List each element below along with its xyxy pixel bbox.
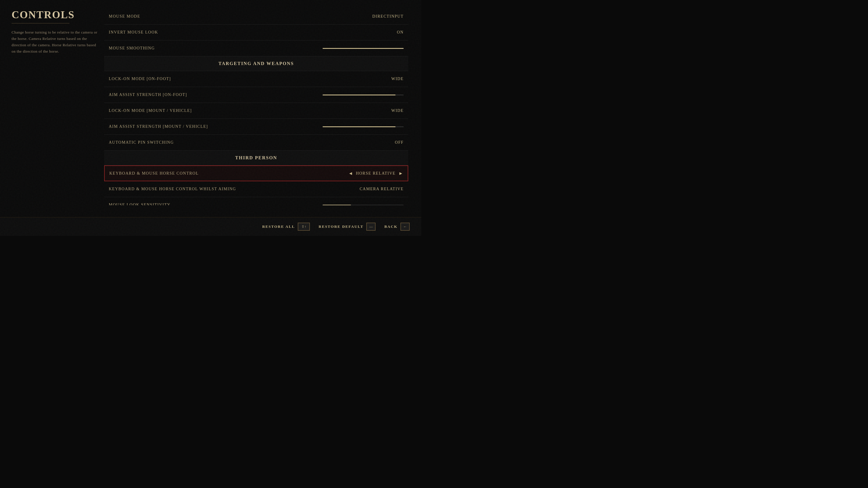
- setting-row[interactable]: Mouse ModeDirectInput: [104, 9, 408, 25]
- restore-default-key: —: [366, 223, 376, 231]
- slider-container[interactable]: [322, 205, 404, 205]
- setting-value-text: Wide: [391, 108, 404, 113]
- slider-fill: [322, 48, 404, 49]
- setting-value-text: DirectInput: [372, 14, 404, 19]
- setting-label: Mouse Look Sensitivity: [109, 203, 170, 205]
- restore-all-label: Restore All: [262, 224, 295, 229]
- setting-label: Aim Assist Strength [Mount / Vehicle]: [109, 124, 208, 129]
- slider-fill: [322, 95, 396, 95]
- bottom-bar: Restore All ⇧↑ Restore Default — Back ←: [0, 217, 421, 236]
- restore-all-action[interactable]: Restore All ⇧↑: [262, 223, 310, 231]
- left-panel: Controls Change horse turning to be rela…: [11, 9, 98, 230]
- setting-value-text: Wide: [391, 76, 404, 81]
- slider-fill: [322, 205, 351, 205]
- setting-value-arrows[interactable]: ◄Horse Relative►: [348, 171, 403, 176]
- slider-track: [322, 126, 404, 127]
- setting-row[interactable]: Keyboard & Mouse Horse Control◄Horse Rel…: [104, 165, 408, 181]
- setting-row[interactable]: Mouse Look Sensitivity: [104, 197, 408, 205]
- setting-label: Lock-On Mode [Mount / Vehicle]: [109, 108, 192, 113]
- setting-row[interactable]: Aim Assist Strength [Mount / Vehicle]: [104, 119, 408, 135]
- back-action[interactable]: Back ←: [384, 223, 410, 231]
- title-divider: [11, 23, 69, 24]
- setting-row[interactable]: Lock-On Mode [On-Foot]Wide: [104, 71, 408, 87]
- slider-track: [322, 205, 404, 205]
- back-key: ←: [400, 223, 410, 231]
- setting-label: Keyboard & Mouse Horse Control Whilst Ai…: [109, 187, 236, 191]
- slider-container[interactable]: [322, 126, 404, 127]
- description-text: Change horse turning to be relative to t…: [11, 29, 98, 55]
- restore-default-action[interactable]: Restore Default —: [318, 223, 376, 231]
- setting-row[interactable]: Aim Assist Strength [On-Foot]: [104, 87, 408, 103]
- right-panel: Mouse ModeDirectInputInvert Mouse LookOn…: [104, 9, 410, 230]
- slider-track: [322, 48, 404, 49]
- setting-label: Keyboard & Mouse Horse Control: [110, 171, 199, 176]
- restore-default-label: Restore Default: [318, 224, 363, 229]
- setting-value-text: On: [397, 30, 404, 35]
- setting-value-text: Off: [395, 140, 404, 145]
- main-page: Controls Change horse turning to be rela…: [0, 0, 421, 236]
- setting-row[interactable]: Mouse Smoothing: [104, 40, 408, 56]
- setting-label: Automatic Pin Switching: [109, 140, 174, 145]
- slider-track: [322, 95, 404, 95]
- section-header: Third Person: [104, 151, 408, 165]
- setting-row[interactable]: Invert Mouse LookOn: [104, 25, 408, 40]
- setting-label: Invert Mouse Look: [109, 30, 158, 35]
- page-title: Controls: [11, 9, 98, 21]
- restore-all-key: ⇧↑: [298, 223, 310, 231]
- setting-value-text: Camera Relative: [360, 187, 404, 191]
- setting-value-text: Horse Relative: [356, 171, 396, 176]
- slider-fill: [322, 126, 396, 127]
- arrow-right-icon[interactable]: ►: [398, 171, 403, 176]
- slider-container[interactable]: [322, 95, 404, 95]
- setting-label: Mouse Smoothing: [109, 46, 155, 51]
- setting-row[interactable]: Lock-On Mode [Mount / Vehicle]Wide: [104, 103, 408, 119]
- back-label: Back: [384, 224, 398, 229]
- setting-label: Lock-On Mode [On-Foot]: [109, 76, 171, 81]
- settings-list: Mouse ModeDirectInputInvert Mouse LookOn…: [104, 9, 408, 205]
- settings-scroll-container[interactable]: Mouse ModeDirectInputInvert Mouse LookOn…: [104, 9, 410, 205]
- setting-row[interactable]: Automatic Pin SwitchingOff: [104, 135, 408, 151]
- setting-row[interactable]: Keyboard & Mouse Horse Control Whilst Ai…: [104, 181, 408, 197]
- setting-label: Mouse Mode: [109, 14, 140, 19]
- setting-label: Aim Assist Strength [On-Foot]: [109, 93, 187, 97]
- slider-container[interactable]: [322, 48, 404, 49]
- arrow-left-icon[interactable]: ◄: [348, 171, 353, 176]
- section-header: Targeting and Weapons: [104, 56, 408, 71]
